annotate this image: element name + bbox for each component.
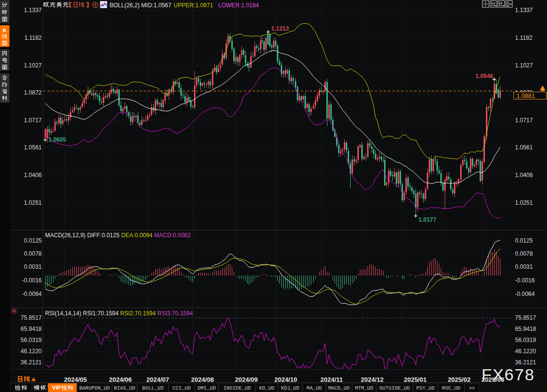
svg-text:0.0031: 0.0031 [24,263,42,270]
svg-text:2024/12: 2024/12 [361,376,384,383]
svg-text:DMI_UD: DMI_UD [197,385,216,391]
svg-text:2024/08: 2024/08 [191,376,214,383]
svg-text:1.0881: 1.0881 [516,93,535,99]
svg-text:1.0605: 1.0605 [48,136,66,143]
svg-text:0.0125: 0.0125 [515,237,533,244]
svg-text:36.2121: 36.2121 [21,359,42,366]
svg-text:1.0406: 1.0406 [24,172,42,179]
svg-text:1.1213: 1.1213 [271,25,289,32]
svg-text:75.8517: 75.8517 [515,314,536,321]
svg-text:KDJ_UD: KDJ_UD [281,385,299,391]
svg-text:BIAS_UD: BIAS_UD [114,385,135,391]
svg-text:1.0251: 1.0251 [515,199,533,206]
svg-text:1.1182: 1.1182 [515,34,532,41]
svg-text:1.1027: 1.1027 [24,62,42,69]
svg-text:56.0319: 56.0319 [21,337,42,343]
svg-text:1.0561: 1.0561 [24,144,42,151]
svg-text:1.1027: 1.1027 [515,62,533,69]
svg-text:-0.0064: -0.0064 [22,291,42,297]
svg-text:2024/11: 2024/11 [321,376,343,383]
svg-text:-0.0064: -0.0064 [515,291,535,297]
svg-text:0.0078: 0.0078 [515,250,533,257]
svg-text:VIP: VIP [52,385,61,391]
svg-text:>>: >> [469,385,475,391]
svg-text:OUTSIDE_UD: OUTSIDE_UD [379,385,410,391]
svg-text:-0.0016: -0.0016 [515,277,535,284]
svg-text:BOLL(26,2) MID:1.0567UPPER:1.0: BOLL(26,2) MID:1.0567UPPER:1.0971LOWER:1… [110,2,259,9]
svg-text:1.0177: 1.0177 [418,216,436,223]
svg-text:FX678: FX678 [482,365,535,384]
svg-text:1.0717: 1.0717 [515,117,533,124]
svg-text:1.1337: 1.1337 [515,7,533,14]
svg-text:1.1337: 1.1337 [24,7,42,14]
svg-text:-0.0016: -0.0016 [22,277,42,284]
svg-text:KD_UD: KD_UD [259,385,274,391]
svg-text:65.9418: 65.9418 [21,326,42,332]
svg-text:0.0031: 0.0031 [515,263,533,270]
svg-text:RSI(14,14,14) RSI1:70.1594 RSI: RSI(14,14,14) RSI1:70.1594 RSI2:70.1594 … [45,310,193,317]
svg-text:1.0561: 1.0561 [515,144,533,151]
svg-text:1.0406: 1.0406 [515,172,533,179]
svg-text:65.9418: 65.9418 [515,326,536,332]
svg-text:1.1182: 1.1182 [24,34,42,41]
svg-text:ROC_UD: ROC_UD [442,385,461,391]
svg-text:56.0319: 56.0319 [515,337,536,343]
svg-text:2025/01: 2025/01 [404,376,427,383]
svg-text:PSY_UD: PSY_UD [416,385,434,391]
svg-text:1.0251: 1.0251 [24,199,42,206]
svg-text:2025/02: 2025/02 [448,376,470,383]
svg-text:MACD(26,12,9) DIFF:0.0125 DEA:: MACD(26,12,9) DIFF:0.0125 DEA:0.0094 MAC… [45,232,191,239]
svg-text:K: K [2,27,7,33]
svg-text:0.0125: 0.0125 [24,237,42,244]
svg-text:MTM_UD: MTM_UD [355,385,373,391]
svg-text:1.0872: 1.0872 [24,89,42,96]
svg-text:1.0946: 1.0946 [475,73,493,80]
svg-text:INSIDE_UD: INSIDE_UD [224,385,251,391]
svg-text:46.1220: 46.1220 [515,348,536,355]
svg-text:2024/07: 2024/07 [146,376,169,383]
svg-text:CCI_UD: CCI_UD [173,385,191,391]
svg-text:1.0717: 1.0717 [24,117,42,124]
svg-text:0.0078: 0.0078 [24,250,42,257]
svg-text:MACD_UD: MACD_UD [328,385,350,391]
svg-text:2024/05: 2024/05 [64,376,87,383]
svg-text:75.8517: 75.8517 [21,314,42,321]
svg-text:2024/09: 2024/09 [235,376,258,383]
svg-text:BARUPDN_UD: BARUPDN_UD [79,385,110,391]
svg-text:2024/10: 2024/10 [274,376,297,383]
svg-text:46.1220: 46.1220 [21,348,42,355]
svg-text:BOLL_UD: BOLL_UD [142,385,163,391]
svg-text:MA_UD: MA_UD [306,385,322,391]
svg-text:2024/06: 2024/06 [109,376,132,383]
